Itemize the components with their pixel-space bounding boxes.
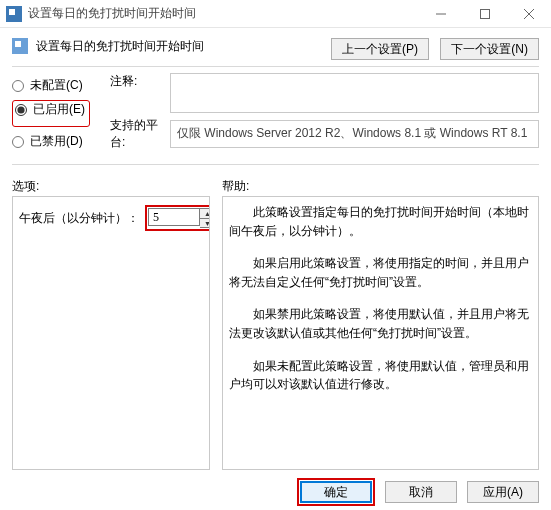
state-radio-group: 未配置(C) 已启用(E) 已禁用(D) [12,73,98,156]
help-paragraph-4: 如果未配置此策略设置，将使用默认值，管理员和用户均可以对该默认值进行修改。 [229,357,532,394]
minutes-step-down[interactable]: ▼ [200,218,210,228]
minimize-button[interactable] [419,0,463,27]
window-title: 设置每日的免打扰时间开始时间 [28,5,419,22]
minutes-option-row: 午夜后（以分钟计）： ▲ ▼ [19,205,203,231]
help-paragraph-1: 此策略设置指定每日的免打扰时间开始时间（本地时间午夜后，以分钟计）。 [229,203,532,240]
window-controls [419,0,551,27]
note-label: 注释: [110,73,170,90]
minutes-label: 午夜后（以分钟计）： [19,210,139,227]
note-textarea[interactable] [170,73,539,113]
options-panel: 午夜后（以分钟计）： ▲ ▼ [12,196,210,470]
radio-disabled[interactable]: 已禁用(D) [12,133,98,150]
minutes-step-up[interactable]: ▲ [200,208,210,218]
minutes-input[interactable] [148,208,200,226]
help-paragraph-3: 如果禁用此策略设置，将使用默认值，并且用户将无法更改该默认值或其他任何“免打扰时… [229,305,532,342]
options-column: 午夜后（以分钟计）： ▲ ▼ [12,196,210,470]
help-paragraph-2: 如果启用此策略设置，将使用指定的时间，并且用户将无法自定义任何“免打扰时间”设置… [229,254,532,291]
radio-unconfigured-input[interactable] [12,80,24,92]
previous-setting-button[interactable]: 上一个设置(P) [331,38,429,60]
meta-section: 注释: 支持的平台: 仅限 Windows Server 2012 R2、Win… [110,73,539,155]
radio-disabled-label: 已禁用(D) [30,133,83,150]
main-area: 午夜后（以分钟计）： ▲ ▼ 此策略设置指定每日的免打扰时间开始时间（本地时间午… [0,192,551,472]
radio-enabled[interactable]: 已启用(E) [15,101,85,118]
next-setting-button[interactable]: 下一个设置(N) [440,38,539,60]
app-icon [6,6,22,22]
platform-label: 支持的平台: [110,117,170,151]
config-section: 未配置(C) 已启用(E) 已禁用(D) 注释: 支持的平台: 仅限 Windo… [0,71,551,160]
help-panel: 此策略设置指定每日的免打扰时间开始时间（本地时间午夜后，以分钟计）。 如果启用此… [222,196,539,470]
footer: 确定 取消 应用(A) [0,474,551,510]
minutes-spinner: ▲ ▼ [145,205,210,231]
cancel-button[interactable]: 取消 [385,481,457,503]
divider-2 [12,164,539,165]
radio-enabled-input[interactable] [15,104,27,116]
ok-highlight: 确定 [297,478,375,506]
page-title: 设置每日的免打扰时间开始时间 [36,36,331,55]
titlebar: 设置每日的免打扰时间开始时间 [0,0,551,28]
close-button[interactable] [507,0,551,27]
header: 设置每日的免打扰时间开始时间 上一个设置(P) 下一个设置(N) [0,28,551,66]
radio-unconfigured[interactable]: 未配置(C) [12,77,98,94]
help-column: 此策略设置指定每日的免打扰时间开始时间（本地时间午夜后，以分钟计）。 如果启用此… [222,196,539,470]
ok-button[interactable]: 确定 [300,481,372,503]
divider [12,66,539,67]
radio-unconfigured-label: 未配置(C) [30,77,83,94]
policy-icon [12,38,28,54]
maximize-button[interactable] [463,0,507,27]
platform-box: 仅限 Windows Server 2012 R2、Windows 8.1 或 … [170,120,539,148]
apply-button[interactable]: 应用(A) [467,481,539,503]
radio-enabled-label: 已启用(E) [33,101,85,118]
svg-rect-0 [481,9,490,18]
radio-disabled-input[interactable] [12,136,24,148]
